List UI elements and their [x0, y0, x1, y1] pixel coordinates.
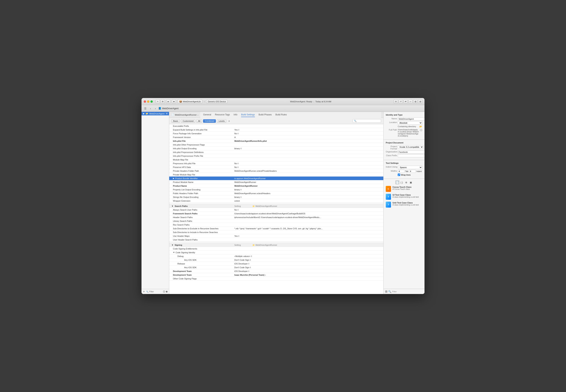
wrap-checkbox[interactable] [398, 174, 400, 176]
copy-icon[interactable]: ⓘ [420, 129, 422, 132]
rp-footer: ⊞ 🔍 Filter [383, 289, 424, 294]
table-row: Product Module Name WebDriverAgentRunner [169, 180, 383, 184]
setting-value [233, 252, 383, 253]
levels-filter-btn[interactable]: Levels [217, 119, 226, 123]
forward-button[interactable]: › [153, 106, 158, 111]
tab-width-input[interactable] [398, 170, 405, 173]
sidebar-item-webdriveragent[interactable]: ▶ 📁 WebDriverAgent M [142, 112, 169, 115]
table-row: Code Signing Entitlements [169, 247, 383, 251]
combined-filter-btn[interactable]: Combined [203, 119, 216, 123]
indent-select[interactable]: Spaces [398, 166, 422, 169]
section-title: Search Paths [175, 205, 188, 207]
setting-name: Preprocess Info.plist File [169, 162, 233, 165]
maximize-button[interactable] [150, 100, 153, 103]
tab-general[interactable]: General [203, 112, 211, 117]
split-panel-button[interactable]: ▨ [413, 99, 417, 104]
expand-icon: ▶ [143, 112, 145, 115]
name-label: Name [386, 117, 397, 120]
ft-item-unittest[interactable]: T Unit Test Case Class A class implement… [386, 202, 422, 208]
device-label[interactable]: Generic iOS Device [206, 100, 228, 103]
table-row: Info.plist Other Preprocessor Flags [169, 143, 383, 147]
tab-resource-tags[interactable]: Resource Tags [215, 112, 230, 117]
add-sidebar-item[interactable]: + [143, 290, 145, 293]
ft-tab-0[interactable]: 📄 [395, 180, 399, 184]
ft-tab-2[interactable]: ⊕ [404, 180, 408, 184]
all-filter-btn[interactable]: All [196, 119, 202, 123]
selected-setting-name: ▶ Product Bundle Identifier [169, 177, 233, 180]
hierarchy-button[interactable]: ⊞ [160, 99, 165, 104]
class-prefix-input[interactable] [398, 154, 424, 157]
indent-width-input[interactable] [409, 170, 416, 173]
search-paths-section-header[interactable]: ▼ Search Paths Setting 📁 WebDriverAgentR… [169, 204, 383, 208]
scheme-label[interactable]: 📦 WebDriverAgentLib [177, 99, 202, 103]
rp-grid-view[interactable]: ⊞ [385, 290, 387, 293]
setting-value [233, 126, 383, 126]
expand-icon: ▼ [173, 251, 175, 253]
setting-value: Don't Code Sign ◊ [233, 266, 383, 269]
single-panel-button[interactable]: ▱ [408, 99, 413, 104]
navigator-button[interactable]: ☰ [143, 106, 147, 111]
close-button[interactable] [144, 100, 146, 103]
back-forward-button[interactable]: ⇄ [404, 99, 408, 104]
ft-item-cocoa[interactable]: C Cocoa Touch Class A Cocoa Touch class [386, 186, 422, 192]
location-row: Location Absolute [386, 121, 422, 125]
search-input[interactable] [357, 120, 380, 122]
basic-filter-btn[interactable]: Basic [172, 119, 180, 123]
signing-section-header[interactable]: ▼ Signing Setting 📁 WebDriverAgentRunner [169, 243, 383, 247]
minimize-button[interactable] [147, 100, 149, 103]
nav-arrows: ‹ › [148, 106, 158, 111]
table-row: Property List Output Encoding binary ◊ [169, 188, 383, 192]
target-selector-icon: 📄 [172, 113, 174, 116]
setting-value [233, 248, 383, 249]
tab-build-rules[interactable]: Build Rules [276, 112, 287, 117]
browse-icon[interactable]: 📂 [420, 125, 422, 128]
ft-tab-1[interactable]: { } [400, 180, 404, 184]
tab-build-settings[interactable]: Build Settings [241, 112, 255, 117]
setting-value [233, 224, 383, 225]
setting-value: *.nib *.lproj *.framework *.gch *.xcode*… [233, 227, 383, 230]
setting-name: Release [169, 262, 233, 265]
rp-filter-icon: 🔍 [388, 290, 391, 293]
scheme-name: WebDriverAgentLib [183, 100, 201, 103]
sidebar-settings-icon: ⊠ [166, 291, 168, 293]
org-input[interactable] [398, 151, 424, 154]
setting-name: Product Name [169, 184, 233, 187]
editor-button[interactable]: ⊟ [394, 99, 398, 104]
top-tabs: General Resource Tags Info Build Setting… [200, 112, 381, 118]
location-select[interactable]: Absolute [398, 121, 422, 125]
signing-setting-col: Setting [234, 244, 241, 246]
back-button[interactable]: ‹ [148, 106, 153, 111]
table-row: Module Map File [169, 158, 383, 162]
search-box: 🔍 [353, 119, 381, 123]
target-name[interactable]: WebDriverAgentRunner [175, 114, 197, 116]
run-button[interactable]: ▶ [166, 99, 170, 104]
add-filter-btn[interactable]: + [227, 119, 231, 123]
table-row: Force Package Info Generation No ◊ [169, 132, 383, 135]
name-row: Name [386, 117, 422, 120]
table-row: Info.plist Preprocessor Prefix File [169, 154, 383, 158]
utility-panel-button[interactable]: ▧ [418, 99, 422, 104]
scheme-icon: 📦 [179, 100, 182, 103]
ft-item-uitest[interactable]: T UI Test Case Class A class implementin… [386, 194, 422, 200]
list-view-button[interactable]: ≡ [156, 99, 160, 104]
customized-filter-btn[interactable]: Customized [181, 119, 195, 123]
setting-value: No ◊ [233, 166, 383, 169]
tab-info[interactable]: Info [233, 112, 237, 117]
format-select[interactable]: Xcode 3.2-compatible [398, 145, 423, 149]
refresh-button[interactable]: ↺ [399, 99, 403, 104]
setting-name: Wrapper Extension [169, 199, 233, 202]
tab-build-phases[interactable]: Build Phases [259, 112, 272, 117]
section-spacer-2 [169, 242, 383, 243]
setting-name: Always Search User Paths [169, 208, 233, 211]
product-bundle-identifier-row[interactable]: ▶ Product Bundle Identifier io.appium.We… [169, 177, 383, 180]
setting-name: Other Code Signing Flags [169, 277, 233, 280]
setting-name: Module Map File [169, 158, 233, 161]
ft-cocoa-title: Cocoa Touch Class [392, 186, 411, 188]
setting-value: Don't Code Sign ◊ [233, 258, 383, 262]
name-input[interactable] [398, 117, 424, 120]
stop-button[interactable]: ■ [172, 99, 176, 104]
org-row: Organization [386, 151, 422, 154]
setting-value: No ◊ [233, 162, 383, 165]
ft-tab-3[interactable]: ▣ [409, 180, 413, 184]
content-area: 📄 WebDriverAgentRunner ⌄ General Resourc… [169, 112, 383, 294]
